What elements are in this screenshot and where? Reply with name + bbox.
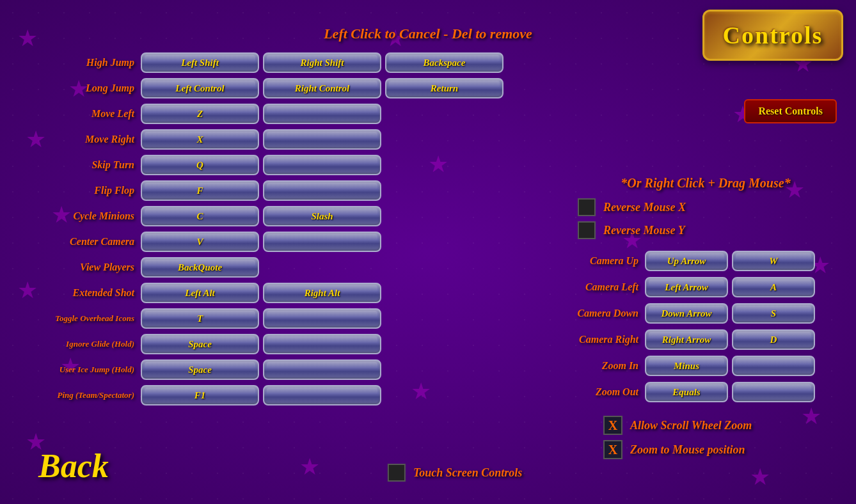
key-button-1[interactable]: X [141,129,259,150]
control-row: Long JumpLeft ControlRight ControlReturn [6,77,422,100]
camera-key-button-2[interactable]: W [732,251,815,271]
control-row: Move RightX [6,128,422,151]
action-label: View Players [6,262,141,273]
controls-logo-text: Controls [723,21,823,49]
key-button-1[interactable]: BackQuote [141,257,259,278]
key-button-1[interactable]: Left Shift [141,52,259,73]
key-button-1[interactable]: C [141,206,259,226]
reverse-mouse-y-row: Reverse Mouse Y [565,221,846,239]
reverse-mouse-x-row: Reverse Mouse X [565,198,846,216]
scroll-wheel-zoom-row: X Allow Scroll Wheel Zoom [565,416,846,435]
camera-key-button-2[interactable] [732,356,815,376]
camera-key-button-2[interactable] [732,382,815,402]
control-row: Skip TurnQ [6,154,422,177]
key-button-2[interactable]: Right Control [263,78,381,98]
key-button-2[interactable] [263,129,381,150]
camera-row: Camera LeftLeft ArrowA [555,276,850,299]
zoom-to-mouse-label: Zoom to Mouse position [630,443,745,457]
reverse-mouse-y-checkbox[interactable] [578,221,596,239]
touch-screen-label: Touch Screen Controls [413,466,522,480]
control-row: Extended ShotLeft AltRight Alt [6,281,422,304]
key-button-2[interactable] [263,232,381,252]
control-row: High JumpLeft ShiftRight ShiftBackspace [6,51,422,74]
control-row: Toggle Overhead IconsT [6,307,422,330]
key-button-2[interactable] [263,359,381,380]
zoom-options-panel: X Allow Scroll Wheel Zoom X Zoom to Mous… [565,416,846,464]
reset-controls-button[interactable]: Reset Controls [744,99,837,123]
reverse-mouse-x-checkbox[interactable] [578,198,596,216]
touch-screen-row: Touch Screen Controls [388,464,522,482]
key-button-2[interactable] [263,180,381,201]
control-row: Ping (Team/Spectator)F1 [6,384,422,407]
instruction-text: Left Click to Cancel - Del to remove [324,26,532,42]
camera-action-label: Camera Right [555,334,645,345]
action-label: Long Jump [6,83,141,94]
camera-key-button-1[interactable]: Minus [645,356,728,376]
key-button-1[interactable]: Q [141,155,259,175]
camera-key-button-1[interactable]: Equals [645,382,728,402]
action-label: Toggle Overhead Icons [6,313,141,324]
control-row: Ignore Glide (Hold)Space [6,333,422,356]
reverse-mouse-x-label: Reverse Mouse X [603,201,686,214]
camera-action-label: Camera Left [555,281,645,293]
right-click-note: *Or Right Click + Drag Mouse* [565,176,846,191]
key-button-1[interactable]: V [141,232,259,252]
action-label: Center Camera [6,236,141,248]
key-button-2[interactable]: Right Alt [263,283,381,303]
camera-row: Zoom InMinus [555,354,850,377]
action-label: Move Left [6,108,141,120]
key-button-2[interactable] [263,155,381,175]
action-label: Skip Turn [6,159,141,171]
camera-key-button-1[interactable]: Right Arrow [645,329,728,350]
zoom-to-mouse-checkbox[interactable]: X [603,440,622,459]
key-button-1[interactable]: T [141,308,259,329]
camera-row: Zoom OutEquals [555,381,850,404]
scroll-wheel-zoom-checkbox[interactable]: X [603,416,622,435]
action-label: Ignore Glide (Hold) [6,339,141,349]
key-button-1[interactable]: Space [141,334,259,354]
key-button-2[interactable] [263,334,381,354]
action-label: Flip Flop [6,185,141,196]
reverse-mouse-y-label: Reverse Mouse Y [603,224,685,237]
key-button-2[interactable] [263,308,381,329]
key-button-1[interactable]: Z [141,104,259,124]
camera-row: Camera UpUp ArrowW [555,249,850,272]
key-button-2[interactable] [263,104,381,124]
key-button-1[interactable]: Left Control [141,78,259,98]
control-row: View PlayersBackQuote [6,256,422,279]
camera-key-button-1[interactable]: Down Arrow [645,303,728,324]
camera-key-button-2[interactable]: S [732,303,815,324]
camera-row: Camera DownDown ArrowS [555,302,850,325]
camera-action-label: Camera Up [555,255,645,267]
key-button-2[interactable] [263,385,381,406]
control-row: Move LeftZ [6,102,422,125]
touch-screen-checkbox[interactable] [388,464,406,482]
camera-key-button-2[interactable]: D [732,329,815,350]
camera-row: Camera RightRight ArrowD [555,328,850,351]
camera-controls-panel: Camera UpUp ArrowWCamera LeftLeft ArrowA… [555,249,850,407]
key-button-1[interactable]: F [141,180,259,201]
control-row: Center CameraV [6,230,422,253]
camera-action-label: Camera Down [555,308,645,319]
control-row: User Ice Jump (Hold)Space [6,358,422,381]
key-button-2[interactable]: Right Shift [263,52,381,73]
key-button-1[interactable]: Space [141,359,259,380]
action-label: Ping (Team/Spectator) [6,390,141,400]
key-button-2[interactable]: Slash [263,206,381,226]
camera-key-button-1[interactable]: Left Arrow [645,277,728,297]
action-label: User Ice Jump (Hold) [6,365,141,375]
key-button-1[interactable]: F1 [141,385,259,406]
scroll-wheel-zoom-label: Allow Scroll Wheel Zoom [630,419,752,432]
action-label: High Jump [6,57,141,68]
back-button[interactable]: Back [38,447,109,485]
key-button-3[interactable]: Backspace [385,52,503,73]
camera-key-button-1[interactable]: Up Arrow [645,251,728,271]
control-row: Flip FlopF [6,179,422,202]
key-button-1[interactable]: Left Alt [141,283,259,303]
camera-action-label: Zoom Out [555,386,645,398]
camera-key-button-2[interactable]: A [732,277,815,297]
left-controls-panel: High JumpLeft ShiftRight ShiftBackspaceL… [6,51,422,409]
zoom-to-mouse-row: X Zoom to Mouse position [565,440,846,459]
action-label: Move Right [6,134,141,145]
key-button-3[interactable]: Return [385,78,503,98]
